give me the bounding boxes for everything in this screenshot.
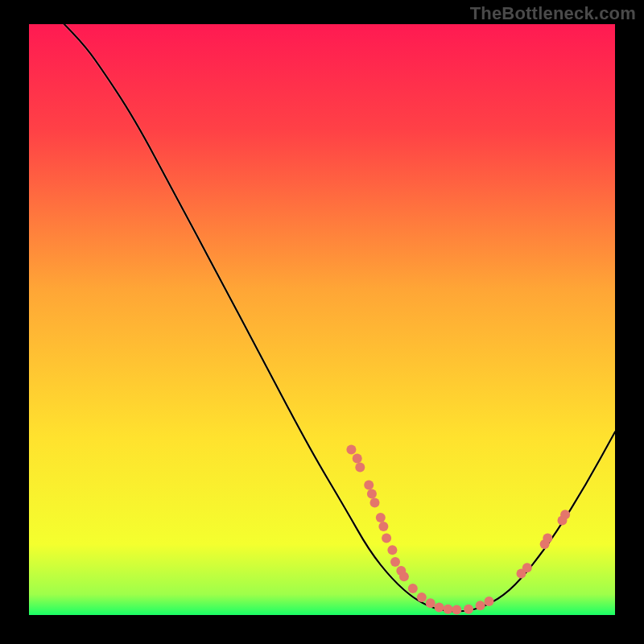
data-point [452,605,461,614]
data-point [370,498,380,508]
data-point [464,605,473,614]
chart-svg [29,24,615,615]
data-point [367,489,377,499]
data-point [355,463,365,473]
data-point [560,510,570,519]
data-point [426,598,436,608]
plot-area [29,24,615,615]
data-point [376,513,386,522]
data-point [399,572,409,581]
data-point [485,597,494,606]
data-point [353,454,362,464]
data-point [364,481,374,490]
data-point [387,545,397,555]
data-point [346,445,356,455]
data-point [382,534,391,543]
data-point [390,557,400,567]
data-point [408,584,418,593]
data-point [522,563,532,572]
data-point [476,601,485,610]
data-point [417,592,427,602]
chart-frame: TheBottleneck.com [0,0,644,644]
data-point [543,534,552,543]
data-point [444,605,453,614]
data-point [378,522,388,531]
watermark-label: TheBottleneck.com [470,3,636,24]
data-point [435,603,444,613]
gradient-background [29,24,615,615]
